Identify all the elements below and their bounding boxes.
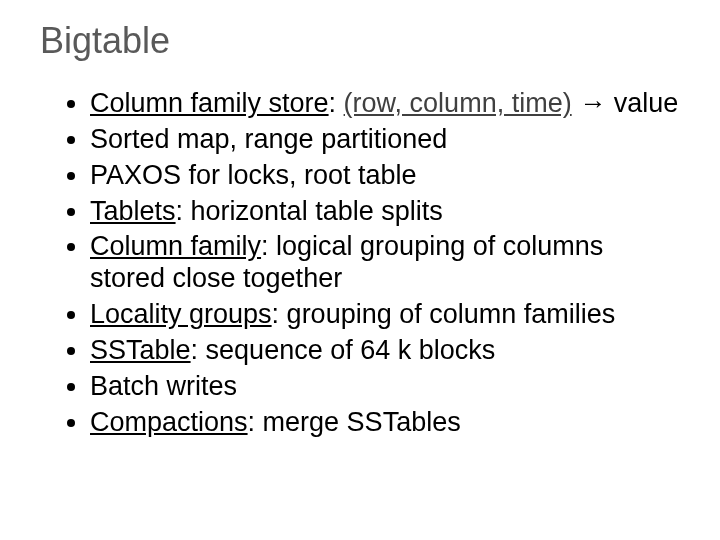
tuple-underlined: (row, column, time) [344,88,572,118]
list-item: Column family store: (row, column, time)… [90,86,680,122]
list-item: PAXOS for locks, root table [90,158,680,194]
list-item: Batch writes [90,369,680,405]
text: PAXOS for locks, root table [90,160,417,190]
text: : [329,88,344,118]
text: : grouping of column families [272,299,616,329]
list-item: Sorted map, range partitioned [90,122,680,158]
slide: Bigtable Column family store: (row, colu… [0,0,720,540]
term-underlined: Tablets [90,196,176,226]
text: : sequence of 64 k blocks [191,335,496,365]
text: : merge SSTables [248,407,461,437]
list-item: SSTable: sequence of 64 k blocks [90,333,680,369]
term-underlined: SSTable [90,335,191,365]
term-underlined: Compactions [90,407,248,437]
text: → value [572,88,679,118]
text: Sorted map, range partitioned [90,124,447,154]
text: : horizontal table splits [176,196,443,226]
term-underlined: Locality groups [90,299,272,329]
text: Batch writes [90,371,237,401]
term-underlined: Column family store [90,88,329,118]
list-item: Column family: logical grouping of colum… [90,229,680,297]
slide-title: Bigtable [40,20,680,62]
term-underlined: Column family [90,231,261,261]
bullet-list: Column family store: (row, column, time)… [40,86,680,441]
list-item: Locality groups: grouping of column fami… [90,297,680,333]
list-item: Compactions: merge SSTables [90,405,680,441]
list-item: Tablets: horizontal table splits [90,194,680,230]
